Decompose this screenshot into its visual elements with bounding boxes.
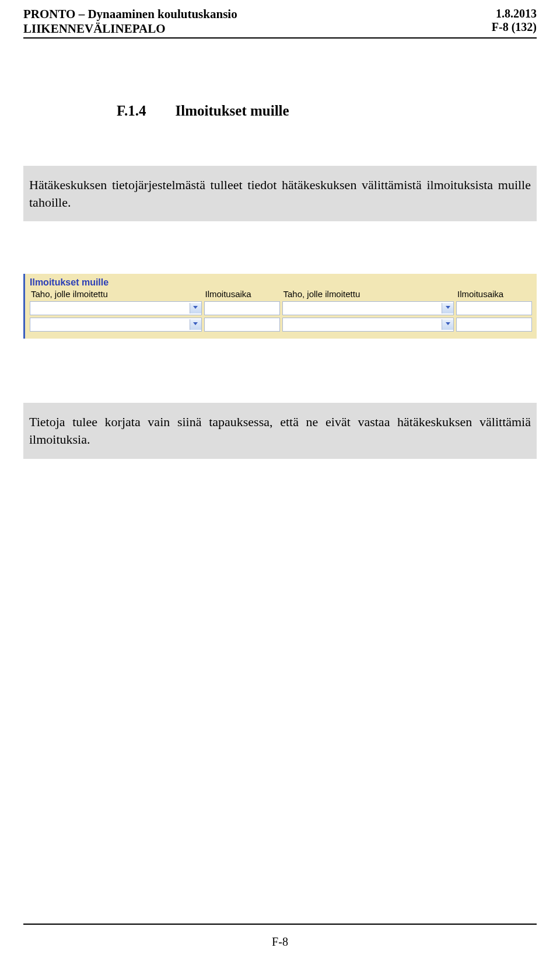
taho-select-2b[interactable] xyxy=(282,318,454,332)
footer-divider xyxy=(23,924,537,925)
aika-input-1b[interactable] xyxy=(456,301,532,315)
taho-select-1b[interactable] xyxy=(282,301,454,315)
header-page-ref: F-8 (132) xyxy=(492,20,537,34)
info-box-1: Hätäkeskuksen tietojärjestelmästä tullee… xyxy=(23,166,537,221)
page-footer: F-8 xyxy=(23,924,537,949)
chevron-down-icon xyxy=(193,322,198,328)
page: PRONTO – Dynaaminen koulutuskansio LIIKE… xyxy=(0,0,560,972)
info-box-2: Tietoja tulee korjata vain siinä tapauks… xyxy=(23,403,537,458)
table-row xyxy=(30,300,532,316)
table-row xyxy=(30,316,532,333)
taho-input-2b[interactable] xyxy=(283,319,442,330)
dropdown-button[interactable] xyxy=(190,303,201,313)
footer-page-number: F-8 xyxy=(23,935,537,949)
taho-select-1a[interactable] xyxy=(30,301,202,315)
col-header-taho-2: Taho, jolle ilmoitettu xyxy=(282,289,454,299)
form-title: Ilmoitukset muille xyxy=(30,277,532,288)
dropdown-button[interactable] xyxy=(442,319,453,330)
header-right: 1.8.2013 F-8 (132) xyxy=(492,7,537,34)
dropdown-button[interactable] xyxy=(190,319,201,330)
taho-input-2a[interactable] xyxy=(30,319,190,330)
header-title-2: LIIKENNEVÄLINEPALO xyxy=(23,22,237,36)
chevron-down-icon xyxy=(446,306,450,311)
form-header-row: Taho, jolle ilmoitettu Ilmoitusaika Taho… xyxy=(30,289,532,300)
header-divider xyxy=(23,37,537,39)
form-panel: Ilmoitukset muille Taho, jolle ilmoitett… xyxy=(23,274,537,339)
aika-input-2b[interactable] xyxy=(456,318,532,332)
page-header: PRONTO – Dynaaminen koulutuskansio LIIKE… xyxy=(23,7,537,36)
taho-input-1a[interactable] xyxy=(30,303,190,313)
header-left: PRONTO – Dynaaminen koulutuskansio LIIKE… xyxy=(23,7,237,36)
taho-input-1b[interactable] xyxy=(283,303,442,313)
chevron-down-icon xyxy=(446,322,450,328)
col-header-aika-2: Ilmoitusaika xyxy=(456,289,532,299)
aika-input-2a[interactable] xyxy=(204,318,280,332)
taho-select-2a[interactable] xyxy=(30,318,202,332)
chevron-down-icon xyxy=(193,306,198,311)
header-title-1: PRONTO – Dynaaminen koulutuskansio xyxy=(23,7,237,22)
col-header-taho-1: Taho, jolle ilmoitettu xyxy=(30,289,202,299)
dropdown-button[interactable] xyxy=(442,303,453,313)
aika-input-1a[interactable] xyxy=(204,301,280,315)
col-header-aika-1: Ilmoitusaika xyxy=(204,289,280,299)
header-date: 1.8.2013 xyxy=(492,7,537,20)
section-number: F.1.4 xyxy=(117,103,146,119)
section-heading: F.1.4 Ilmoitukset muille xyxy=(117,103,537,119)
section-title: Ilmoitukset muille xyxy=(175,103,289,119)
